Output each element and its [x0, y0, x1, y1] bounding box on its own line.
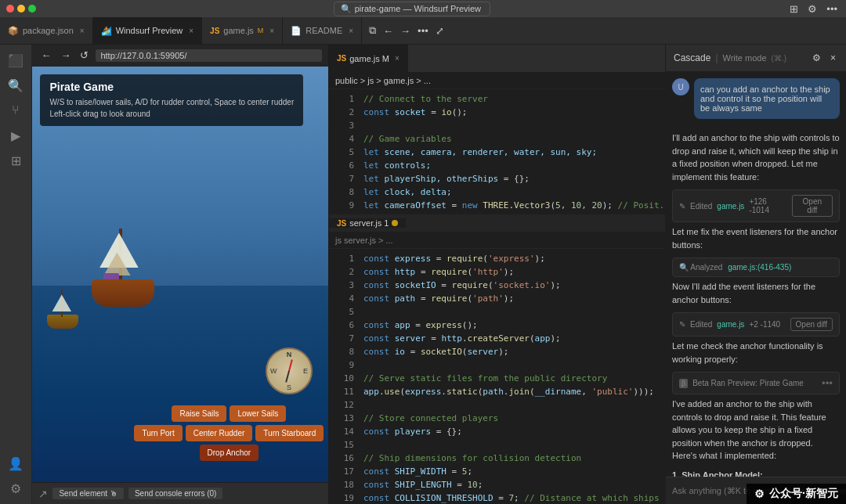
- activity-git[interactable]: ⑂: [6, 101, 25, 120]
- compass-needle: [285, 359, 293, 382]
- edited-label-2: Edited: [690, 320, 712, 329]
- ship-hull: [92, 279, 154, 307]
- tab-gamejs-code[interactable]: JS game.js M ×: [329, 45, 408, 72]
- drop-anchor-button[interactable]: Drop Anchor: [200, 445, 259, 461]
- preview-address-bar: ← → ↺: [32, 45, 328, 67]
- tab-package-json[interactable]: 📦 package.json ×: [0, 17, 93, 44]
- activity-explorer[interactable]: ⬛: [6, 51, 25, 70]
- tab-gamejs-modified: M: [258, 27, 264, 34]
- window-title: pirate-game — Windsurf Preview: [355, 4, 481, 13]
- search-bar[interactable]: 🔍 pirate-game — Windsurf Preview: [334, 2, 490, 16]
- user-avatar: U: [672, 78, 689, 95]
- gamejs-breadcrumb: public > js > game.js > ...: [329, 72, 665, 89]
- gamejs-code-content: 12345 678910 1112131415 161718192021 // …: [329, 89, 665, 214]
- dev-bar: ↗ Send element 🖱 Send console errors (0): [32, 482, 328, 504]
- minimize-window-button[interactable]: [17, 5, 25, 13]
- tab-serverjs[interactable]: JS server.js 1: [329, 218, 406, 228]
- watermark-logo: ⚙: [754, 488, 765, 500]
- traffic-lights: [6, 5, 36, 13]
- close-window-button[interactable]: [6, 5, 14, 13]
- controls-row-1: Raise Sails Lower Sails: [134, 405, 324, 422]
- tab-game-js[interactable]: JS game.js M ×: [202, 17, 283, 44]
- tab-windsurf-close[interactable]: ×: [189, 27, 193, 35]
- open-diff-2[interactable]: Open diff: [790, 318, 833, 331]
- code-tab-bar: JS game.js M ×: [329, 45, 665, 72]
- game-canvas[interactable]: Pirate Game W/S to raise/lower sails, A/…: [32, 67, 328, 504]
- tab-package-close[interactable]: ×: [80, 27, 85, 35]
- tab-windsurf-preview[interactable]: 🏄 Windsurf Preview ×: [93, 17, 202, 44]
- serverjs-icon: JS: [337, 219, 346, 228]
- ai-mode: Write mode: [723, 53, 767, 63]
- serverjs-line-numbers: 12345 678910 1112131415 16171819: [329, 249, 360, 504]
- activity-debug[interactable]: ▶: [6, 126, 25, 145]
- more-button[interactable]: •••: [824, 2, 840, 16]
- activity-accounts[interactable]: 👤: [6, 454, 25, 473]
- tab-windsurf-label: Windsurf Preview: [116, 26, 183, 35]
- serverjs-breadcrumb: js server.js > ...: [329, 232, 665, 249]
- analyzed-icon: 🔍: [679, 263, 689, 272]
- preview-refresh-button[interactable]: ↺: [78, 49, 91, 62]
- serverjs-code-content: 12345 678910 1112131415 16171819 const e…: [329, 249, 665, 504]
- user-message-row: U can you add an anchor to the ship and …: [672, 78, 840, 125]
- preview-back-button[interactable]: ←: [38, 49, 53, 62]
- send-element-button[interactable]: Send element 🖱: [52, 488, 124, 499]
- preview-label: Beta Ran Preview: Pirate Game: [692, 379, 804, 387]
- tab-nav-forward[interactable]: →: [398, 24, 413, 38]
- ai-settings-button[interactable]: ⚙: [810, 52, 823, 64]
- game-title: Pirate Game: [49, 81, 294, 93]
- analyzed-label: Analyzed: [690, 263, 722, 272]
- maximize-window-button[interactable]: [28, 5, 36, 13]
- ai-separator: |: [715, 52, 718, 63]
- breadcrumb-text: public > js > game.js > ...: [335, 76, 431, 85]
- ai-response-1: I'll add an anchor to the ship with cont…: [672, 131, 840, 183]
- tab-nav-back[interactable]: ←: [381, 24, 396, 38]
- file-changes-2: +2 -1140: [749, 320, 780, 329]
- preview-more[interactable]: •••: [822, 377, 833, 389]
- serverjs-tab-label: server.js 1: [349, 218, 389, 228]
- activity-extensions[interactable]: ⊞: [6, 151, 25, 170]
- turn-starboard-button[interactable]: Turn Starboard: [255, 425, 324, 441]
- preview-content: Pirate Game W/S to raise/lower sails, A/…: [32, 67, 328, 504]
- beta-icon: β: [679, 379, 688, 388]
- compass-e: E: [303, 367, 308, 375]
- gamejs-code-text: // Connect to the server const socket = …: [360, 89, 665, 214]
- send-console-errors-button[interactable]: Send console errors (0): [128, 488, 223, 499]
- ai-response-event: Let me fix the event listeners for the a…: [672, 225, 840, 251]
- tab-readme-close[interactable]: ×: [349, 27, 353, 35]
- tab-readme-label: README: [306, 26, 342, 35]
- tab-package-label: package.json: [23, 26, 74, 35]
- ship2-hull: [47, 315, 78, 329]
- section-title: 1. Ship Anchor Model:: [672, 470, 763, 477]
- tab-split-button[interactable]: ⧉: [367, 23, 378, 38]
- tab-maximize-button[interactable]: ⤢: [433, 24, 446, 38]
- ai-content[interactable]: U can you add an anchor to the ship and …: [666, 72, 846, 477]
- open-diff-1[interactable]: Open diff: [792, 195, 833, 217]
- watermark-text: 公众号·新智元: [769, 487, 838, 501]
- lower-sails-button[interactable]: Lower Sails: [230, 405, 286, 422]
- user-message: can you add an anchor to the ship and co…: [694, 78, 840, 119]
- tab-readme-icon: 📄: [291, 26, 302, 36]
- address-input[interactable]: [96, 49, 322, 62]
- layout-button[interactable]: ⊞: [787, 2, 801, 16]
- serverjs-dot: [392, 220, 398, 226]
- settings-button[interactable]: ⚙: [805, 2, 819, 16]
- tab-package-icon: 📦: [8, 26, 19, 36]
- activity-settings[interactable]: ⚙: [6, 479, 25, 498]
- compass-s: S: [287, 383, 291, 391]
- raise-sails-button[interactable]: Raise Sails: [172, 405, 226, 422]
- game-info-box: Pirate Game W/S to raise/lower sails, A/…: [40, 74, 303, 126]
- server-tab-bar: JS server.js 1: [329, 214, 665, 232]
- preview-forward-button[interactable]: →: [58, 49, 73, 62]
- center-rudder-button[interactable]: Center Rudder: [186, 425, 253, 441]
- gamejs-line-numbers: 12345 678910 1112131415 161718192021: [329, 89, 360, 214]
- gamejs-tab-close[interactable]: ×: [395, 54, 400, 63]
- activity-search[interactable]: 🔍: [6, 76, 25, 95]
- edit-icon-1: ✎: [679, 202, 685, 211]
- tab-more-button[interactable]: •••: [415, 24, 431, 38]
- turn-port-button[interactable]: Turn Port: [134, 425, 182, 441]
- serverjs-breadcrumb-text: js server.js > ...: [335, 236, 393, 245]
- tab-readme[interactable]: 📄 README ×: [283, 17, 362, 44]
- tab-gamejs-close[interactable]: ×: [269, 27, 274, 35]
- ai-close-button[interactable]: ×: [828, 52, 838, 64]
- edit-icon-2: ✎: [679, 320, 685, 329]
